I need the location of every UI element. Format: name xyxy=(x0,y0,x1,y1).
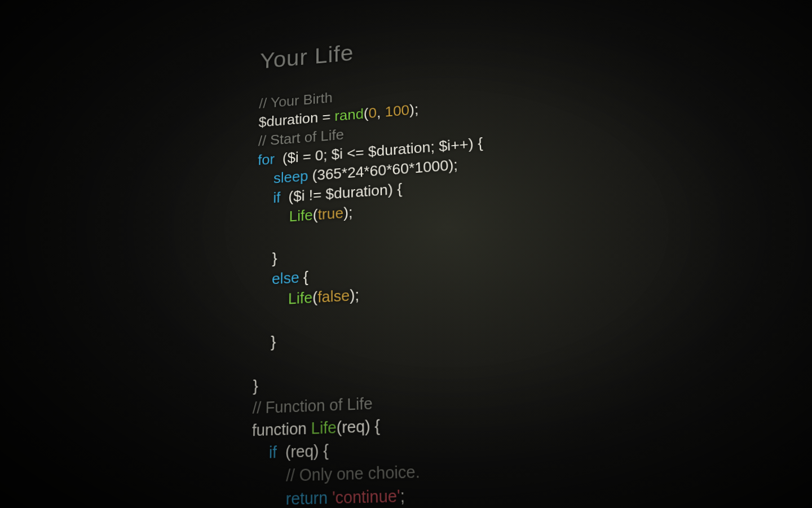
for-gap: ( xyxy=(275,150,288,167)
var-duration: $duration xyxy=(258,110,318,130)
comment-birth: // Your Birth xyxy=(259,89,333,111)
indent xyxy=(255,290,289,309)
semi: ; xyxy=(414,101,418,118)
fn-life: Life xyxy=(289,207,312,225)
indent xyxy=(250,488,286,508)
bool-false: false xyxy=(317,286,350,306)
func-sig: (req) { xyxy=(337,416,380,437)
code-block: Your Life // Your Birth $duration = rand… xyxy=(245,0,689,508)
brace-close-3: } xyxy=(253,376,258,396)
op-assign: = xyxy=(318,108,334,125)
indent xyxy=(255,249,272,268)
title: Your Life xyxy=(260,40,354,73)
indent xyxy=(257,208,289,227)
indent xyxy=(257,190,273,208)
fn-life-2: Life xyxy=(288,288,312,308)
brace-close-2: } xyxy=(271,332,276,351)
indent xyxy=(255,270,272,288)
wallpaper-stage: Your Life // Your Birth $duration = rand… xyxy=(0,0,812,508)
kw-function: function xyxy=(252,419,311,440)
kw-return: return xyxy=(286,487,332,508)
paren-close-4: ) xyxy=(350,286,355,304)
brace-open-2: { xyxy=(299,268,309,286)
indent xyxy=(257,170,273,188)
comma: , xyxy=(377,104,385,121)
bool-true: true xyxy=(318,204,344,224)
paren-close-3: ) xyxy=(343,204,348,221)
semi-2: ; xyxy=(348,204,353,221)
indent xyxy=(254,332,271,352)
fn-life-decl: Life xyxy=(311,418,337,438)
str-continue: 'continue' xyxy=(332,485,400,507)
comment-func: // Function of Life xyxy=(252,394,372,418)
paren-open: ( xyxy=(364,105,369,122)
indent xyxy=(251,443,269,463)
brace-close: } xyxy=(272,249,277,266)
num-hundred: 100 xyxy=(385,102,409,120)
indent xyxy=(251,465,286,486)
semi-3: ; xyxy=(355,286,359,304)
brace-open: { xyxy=(473,134,483,152)
kw-if-2: if xyxy=(269,443,277,462)
fn-rand: rand xyxy=(334,106,364,124)
comment-only-choice: // Only one choice. xyxy=(286,461,420,485)
fn-sleep: sleep xyxy=(273,168,308,187)
num-zero: 0 xyxy=(368,104,377,121)
kw-else: else xyxy=(272,268,299,287)
kw-if: if xyxy=(273,189,280,207)
semi-4: ; xyxy=(400,485,405,506)
kw-for: for xyxy=(258,151,275,168)
if-req: (req) { xyxy=(277,441,329,462)
